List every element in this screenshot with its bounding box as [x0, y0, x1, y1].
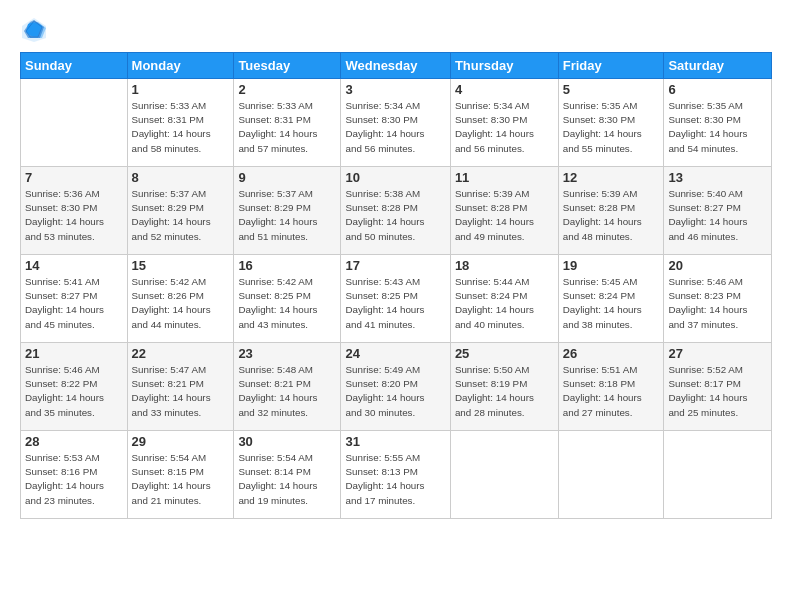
day-number: 20: [668, 258, 767, 273]
day-info: Sunrise: 5:42 AM Sunset: 8:26 PM Dayligh…: [132, 275, 230, 332]
day-info: Sunrise: 5:39 AM Sunset: 8:28 PM Dayligh…: [455, 187, 554, 244]
day-number: 4: [455, 82, 554, 97]
day-info: Sunrise: 5:35 AM Sunset: 8:30 PM Dayligh…: [668, 99, 767, 156]
calendar-cell: [450, 431, 558, 519]
day-info: Sunrise: 5:37 AM Sunset: 8:29 PM Dayligh…: [238, 187, 336, 244]
calendar-cell: 26Sunrise: 5:51 AM Sunset: 8:18 PM Dayli…: [558, 343, 664, 431]
calendar-cell: 16Sunrise: 5:42 AM Sunset: 8:25 PM Dayli…: [234, 255, 341, 343]
day-number: 5: [563, 82, 660, 97]
calendar-cell: [21, 79, 128, 167]
calendar-cell: 4Sunrise: 5:34 AM Sunset: 8:30 PM Daylig…: [450, 79, 558, 167]
day-number: 9: [238, 170, 336, 185]
calendar-cell: 18Sunrise: 5:44 AM Sunset: 8:24 PM Dayli…: [450, 255, 558, 343]
day-info: Sunrise: 5:49 AM Sunset: 8:20 PM Dayligh…: [345, 363, 445, 420]
logo-icon: [20, 16, 48, 44]
day-number: 1: [132, 82, 230, 97]
day-number: 25: [455, 346, 554, 361]
weekday-header: Thursday: [450, 53, 558, 79]
calendar: SundayMondayTuesdayWednesdayThursdayFrid…: [20, 52, 772, 519]
calendar-cell: 22Sunrise: 5:47 AM Sunset: 8:21 PM Dayli…: [127, 343, 234, 431]
logo: [20, 16, 52, 44]
calendar-cell: 14Sunrise: 5:41 AM Sunset: 8:27 PM Dayli…: [21, 255, 128, 343]
calendar-cell: 20Sunrise: 5:46 AM Sunset: 8:23 PM Dayli…: [664, 255, 772, 343]
header: [20, 16, 772, 44]
day-number: 28: [25, 434, 123, 449]
day-info: Sunrise: 5:41 AM Sunset: 8:27 PM Dayligh…: [25, 275, 123, 332]
weekday-header: Sunday: [21, 53, 128, 79]
day-number: 14: [25, 258, 123, 273]
day-number: 8: [132, 170, 230, 185]
day-info: Sunrise: 5:46 AM Sunset: 8:23 PM Dayligh…: [668, 275, 767, 332]
day-number: 10: [345, 170, 445, 185]
calendar-cell: 17Sunrise: 5:43 AM Sunset: 8:25 PM Dayli…: [341, 255, 450, 343]
day-number: 31: [345, 434, 445, 449]
weekday-header: Wednesday: [341, 53, 450, 79]
calendar-cell: 29Sunrise: 5:54 AM Sunset: 8:15 PM Dayli…: [127, 431, 234, 519]
day-info: Sunrise: 5:40 AM Sunset: 8:27 PM Dayligh…: [668, 187, 767, 244]
calendar-cell: 1Sunrise: 5:33 AM Sunset: 8:31 PM Daylig…: [127, 79, 234, 167]
day-info: Sunrise: 5:36 AM Sunset: 8:30 PM Dayligh…: [25, 187, 123, 244]
day-info: Sunrise: 5:54 AM Sunset: 8:15 PM Dayligh…: [132, 451, 230, 508]
calendar-cell: 5Sunrise: 5:35 AM Sunset: 8:30 PM Daylig…: [558, 79, 664, 167]
calendar-cell: 10Sunrise: 5:38 AM Sunset: 8:28 PM Dayli…: [341, 167, 450, 255]
day-number: 17: [345, 258, 445, 273]
calendar-week-row: 1Sunrise: 5:33 AM Sunset: 8:31 PM Daylig…: [21, 79, 772, 167]
calendar-cell: [664, 431, 772, 519]
day-info: Sunrise: 5:44 AM Sunset: 8:24 PM Dayligh…: [455, 275, 554, 332]
day-number: 19: [563, 258, 660, 273]
calendar-cell: 27Sunrise: 5:52 AM Sunset: 8:17 PM Dayli…: [664, 343, 772, 431]
calendar-cell: 15Sunrise: 5:42 AM Sunset: 8:26 PM Dayli…: [127, 255, 234, 343]
day-info: Sunrise: 5:51 AM Sunset: 8:18 PM Dayligh…: [563, 363, 660, 420]
calendar-cell: [558, 431, 664, 519]
day-number: 27: [668, 346, 767, 361]
day-number: 26: [563, 346, 660, 361]
day-number: 18: [455, 258, 554, 273]
day-number: 23: [238, 346, 336, 361]
day-info: Sunrise: 5:34 AM Sunset: 8:30 PM Dayligh…: [345, 99, 445, 156]
calendar-cell: 24Sunrise: 5:49 AM Sunset: 8:20 PM Dayli…: [341, 343, 450, 431]
day-number: 29: [132, 434, 230, 449]
page: SundayMondayTuesdayWednesdayThursdayFrid…: [0, 0, 792, 612]
day-info: Sunrise: 5:48 AM Sunset: 8:21 PM Dayligh…: [238, 363, 336, 420]
day-number: 24: [345, 346, 445, 361]
calendar-cell: 30Sunrise: 5:54 AM Sunset: 8:14 PM Dayli…: [234, 431, 341, 519]
calendar-cell: 3Sunrise: 5:34 AM Sunset: 8:30 PM Daylig…: [341, 79, 450, 167]
calendar-cell: 7Sunrise: 5:36 AM Sunset: 8:30 PM Daylig…: [21, 167, 128, 255]
day-info: Sunrise: 5:37 AM Sunset: 8:29 PM Dayligh…: [132, 187, 230, 244]
day-info: Sunrise: 5:35 AM Sunset: 8:30 PM Dayligh…: [563, 99, 660, 156]
day-number: 30: [238, 434, 336, 449]
day-info: Sunrise: 5:55 AM Sunset: 8:13 PM Dayligh…: [345, 451, 445, 508]
weekday-header: Monday: [127, 53, 234, 79]
calendar-cell: 19Sunrise: 5:45 AM Sunset: 8:24 PM Dayli…: [558, 255, 664, 343]
day-number: 13: [668, 170, 767, 185]
calendar-cell: 25Sunrise: 5:50 AM Sunset: 8:19 PM Dayli…: [450, 343, 558, 431]
day-info: Sunrise: 5:47 AM Sunset: 8:21 PM Dayligh…: [132, 363, 230, 420]
day-info: Sunrise: 5:33 AM Sunset: 8:31 PM Dayligh…: [238, 99, 336, 156]
calendar-cell: 2Sunrise: 5:33 AM Sunset: 8:31 PM Daylig…: [234, 79, 341, 167]
calendar-header-row: SundayMondayTuesdayWednesdayThursdayFrid…: [21, 53, 772, 79]
calendar-cell: 8Sunrise: 5:37 AM Sunset: 8:29 PM Daylig…: [127, 167, 234, 255]
calendar-cell: 21Sunrise: 5:46 AM Sunset: 8:22 PM Dayli…: [21, 343, 128, 431]
day-number: 12: [563, 170, 660, 185]
calendar-cell: 23Sunrise: 5:48 AM Sunset: 8:21 PM Dayli…: [234, 343, 341, 431]
calendar-cell: 12Sunrise: 5:39 AM Sunset: 8:28 PM Dayli…: [558, 167, 664, 255]
calendar-cell: 28Sunrise: 5:53 AM Sunset: 8:16 PM Dayli…: [21, 431, 128, 519]
calendar-week-row: 21Sunrise: 5:46 AM Sunset: 8:22 PM Dayli…: [21, 343, 772, 431]
day-number: 3: [345, 82, 445, 97]
calendar-cell: 11Sunrise: 5:39 AM Sunset: 8:28 PM Dayli…: [450, 167, 558, 255]
calendar-cell: 6Sunrise: 5:35 AM Sunset: 8:30 PM Daylig…: [664, 79, 772, 167]
day-info: Sunrise: 5:33 AM Sunset: 8:31 PM Dayligh…: [132, 99, 230, 156]
calendar-week-row: 28Sunrise: 5:53 AM Sunset: 8:16 PM Dayli…: [21, 431, 772, 519]
day-info: Sunrise: 5:38 AM Sunset: 8:28 PM Dayligh…: [345, 187, 445, 244]
day-number: 22: [132, 346, 230, 361]
day-info: Sunrise: 5:34 AM Sunset: 8:30 PM Dayligh…: [455, 99, 554, 156]
day-info: Sunrise: 5:43 AM Sunset: 8:25 PM Dayligh…: [345, 275, 445, 332]
weekday-header: Tuesday: [234, 53, 341, 79]
weekday-header: Friday: [558, 53, 664, 79]
day-info: Sunrise: 5:45 AM Sunset: 8:24 PM Dayligh…: [563, 275, 660, 332]
day-info: Sunrise: 5:46 AM Sunset: 8:22 PM Dayligh…: [25, 363, 123, 420]
calendar-cell: 31Sunrise: 5:55 AM Sunset: 8:13 PM Dayli…: [341, 431, 450, 519]
day-info: Sunrise: 5:39 AM Sunset: 8:28 PM Dayligh…: [563, 187, 660, 244]
day-number: 7: [25, 170, 123, 185]
weekday-header: Saturday: [664, 53, 772, 79]
